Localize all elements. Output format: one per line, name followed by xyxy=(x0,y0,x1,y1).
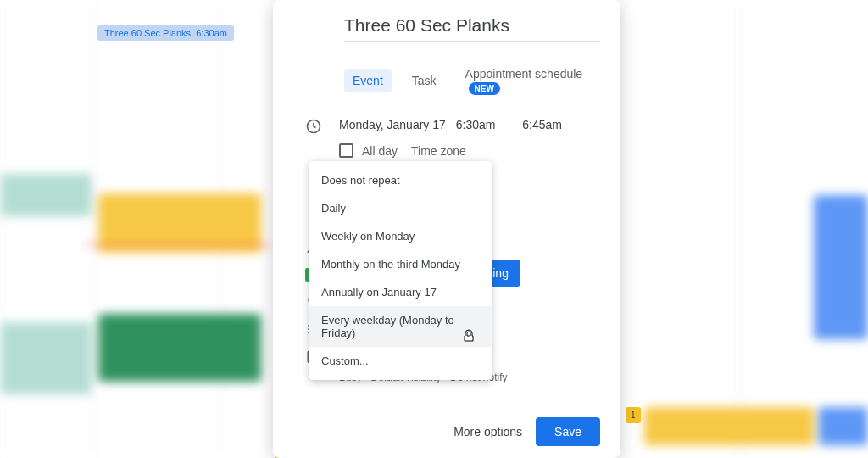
tab-appointment-label: Appointment schedule xyxy=(465,67,583,81)
time-separator: – xyxy=(506,118,513,131)
datetime-row: Monday, January 17 6:30am – 6:45am All d… xyxy=(293,116,600,158)
bg-event-chip: Three 60 Sec Planks, 6:30am xyxy=(97,25,234,41)
recurrence-option-no-repeat[interactable]: Does not repeat xyxy=(309,166,492,194)
event-type-tabs: Event Task Appointment schedule NEW xyxy=(344,62,600,99)
save-button[interactable]: Save xyxy=(536,417,600,446)
all-day-label: All day xyxy=(362,144,398,158)
dialog-footer: More options Save xyxy=(293,407,600,446)
event-date[interactable]: Monday, January 17 xyxy=(339,118,446,131)
tab-appointment[interactable]: Appointment schedule NEW xyxy=(457,62,600,99)
event-end-time[interactable]: 6:45am xyxy=(522,118,562,131)
recurrence-option-weekly[interactable]: Weekly on Monday xyxy=(309,222,492,250)
cursor-icon xyxy=(460,328,477,349)
event-start-time[interactable]: 6:30am xyxy=(456,118,496,131)
more-options-button[interactable]: More options xyxy=(453,425,522,438)
event-title-input[interactable]: Three 60 Sec Planks xyxy=(344,15,600,42)
recurrence-option-custom[interactable]: Custom... xyxy=(309,347,492,375)
time-zone-link[interactable]: Time zone xyxy=(411,144,466,158)
recurrence-option-annually[interactable]: Annually on January 17 xyxy=(309,278,492,306)
all-day-checkbox[interactable] xyxy=(339,143,353,158)
clock-icon xyxy=(303,116,324,137)
tab-task[interactable]: Task xyxy=(403,69,445,92)
tab-event[interactable]: Event xyxy=(344,69,392,92)
bg-event-badge: 1 xyxy=(626,407,641,423)
recurrence-option-daily[interactable]: Daily xyxy=(309,194,492,222)
new-badge: NEW xyxy=(469,82,500,95)
recurrence-option-monthly[interactable]: Monthly on the third Monday xyxy=(309,250,492,278)
